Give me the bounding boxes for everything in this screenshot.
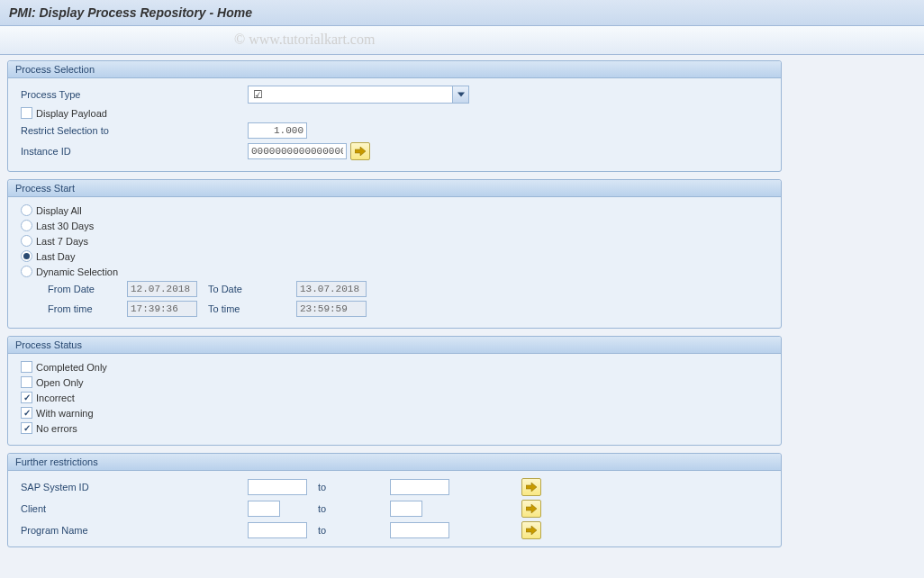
radio-last-day[interactable]: Last Day [21,250,75,262]
radio-dynamic[interactable]: Dynamic Selection [21,266,118,277]
group-header: Process Start [8,180,781,197]
radio-label: Dynamic Selection [36,266,118,277]
radio-label: Display All [36,205,82,216]
group-header: Process Selection [8,61,781,78]
checkbox-label: Completed Only [36,362,107,373]
group-process-status: Process Status Completed Only Open Only … [7,336,782,446]
radio-label: Last 7 Days [36,236,88,247]
process-type-combo[interactable]: ☑ [248,86,469,104]
content-area: Process Selection Process Type ☑ Display… [0,55,789,547]
process-type-label: Process Type [21,89,248,100]
checkbox-icon [21,407,32,419]
client-label: Client [21,503,248,514]
radio-display-all[interactable]: Display All [21,204,82,216]
sap-system-id-label: SAP System ID [21,482,248,492]
group-header: Process Status [8,337,781,354]
client-multiselect-button[interactable] [521,500,541,518]
to-date-input[interactable] [296,281,367,297]
chevron-down-icon[interactable] [452,86,468,103]
display-payload-checkbox[interactable]: Display Payload [21,107,107,119]
checkbox-label: Open Only [36,377,84,388]
radio-label: Last Day [36,251,75,262]
instance-id-multiselect-button[interactable] [350,142,370,160]
instance-id-input[interactable] [248,143,347,159]
watermark: © www.tutorialkart.com [234,32,375,48]
restrict-label: Restrict Selection to [21,125,248,136]
radio-icon [21,266,32,277]
sap-system-id-multiselect-button[interactable] [521,478,541,496]
radio-icon [21,250,32,262]
instance-id-label: Instance ID [21,146,248,157]
program-name-from-input[interactable] [248,522,307,538]
no-errors-checkbox[interactable]: No errors [21,422,77,434]
checkbox-icon: ☑ [249,86,267,103]
radio-icon [21,220,32,231]
checkbox-icon [21,107,32,119]
client-to-input[interactable] [390,501,422,517]
display-payload-label: Display Payload [36,108,107,119]
completed-only-checkbox[interactable]: Completed Only [21,361,107,373]
from-time-input[interactable] [127,301,197,317]
radio-last-7[interactable]: Last 7 Days [21,235,88,247]
client-from-input[interactable] [248,501,280,517]
group-process-selection: Process Selection Process Type ☑ Display… [7,60,782,172]
checkbox-label: Incorrect [36,393,75,403]
title-bar: PMI: Display Process Repository - Home [0,0,924,26]
incorrect-checkbox[interactable]: Incorrect [21,392,75,403]
sap-system-id-to-input[interactable] [390,479,449,495]
from-date-label: From Date [48,284,127,294]
radio-last-30[interactable]: Last 30 Days [21,220,94,231]
checkbox-label: No errors [36,423,77,434]
checkbox-icon [21,376,32,388]
checkbox-icon [21,361,32,373]
from-date-input[interactable] [127,281,197,297]
radio-icon [21,235,32,247]
group-further-restrictions: Further restrictions SAP System ID to Cl… [7,453,782,547]
checkbox-label: With warning [36,408,94,419]
from-time-label: From time [48,303,127,314]
sap-system-id-from-input[interactable] [248,479,307,495]
program-name-label: Program Name [21,525,248,536]
toolbar: © www.tutorialkart.com [0,26,924,55]
radio-icon [21,204,32,216]
group-process-start: Process Start Display All Last 30 Days L… [7,179,782,329]
group-header: Further restrictions [8,454,781,471]
checkbox-icon [21,422,32,434]
to-time-label: To time [208,303,278,314]
program-name-multiselect-button[interactable] [521,521,541,539]
to-date-label: To Date [208,284,278,294]
with-warning-checkbox[interactable]: With warning [21,407,94,419]
radio-label: Last 30 Days [36,221,94,231]
to-time-input[interactable] [296,301,367,317]
to-label: to [307,482,390,492]
restrict-input[interactable] [248,122,307,139]
program-name-to-input[interactable] [390,522,449,538]
page-title: PMI: Display Process Repository - Home [9,5,915,20]
checkbox-icon [21,392,32,403]
open-only-checkbox[interactable]: Open Only [21,376,84,388]
to-label: to [307,525,390,536]
to-label: to [307,503,390,514]
